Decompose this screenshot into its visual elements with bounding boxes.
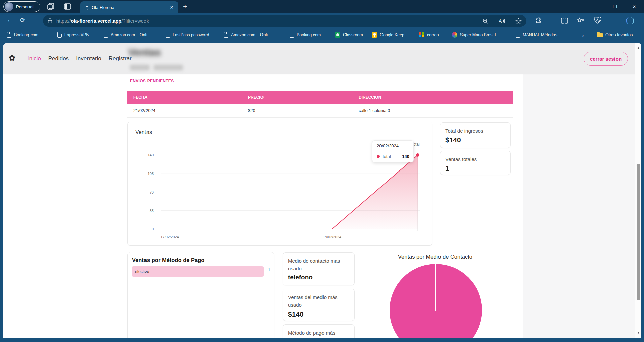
stat-card-ventas-medio: Ventas del medio másusado $140 (283, 289, 355, 321)
bookmark-item[interactable]: Amazon.com – Onli... (224, 32, 271, 38)
bookmark-item[interactable]: Amazon.com – Onli... (104, 32, 151, 38)
tab-preview-icon[interactable] (64, 3, 72, 11)
bar-value: 1 (268, 268, 270, 272)
svg-text:A: A (499, 18, 502, 24)
doc-icon (166, 32, 170, 38)
minimize-button[interactable]: – (586, 4, 605, 9)
zoom-out-icon[interactable] (482, 18, 488, 24)
collections-icon[interactable] (577, 17, 585, 24)
bookmarks-folder[interactable]: Otros favoritos (597, 32, 633, 37)
payment-method-bar[interactable]: efectivo (132, 266, 264, 277)
column-header: PRECIO (248, 95, 359, 100)
pie-slice-border (435, 264, 436, 311)
bookmarks-separator (590, 32, 590, 40)
toolbar-separator (552, 17, 552, 24)
settings-menu-icon[interactable]: … (610, 18, 617, 24)
app-header: Ventas ✿ InicioPedidosInventarioRegistra… (3, 43, 641, 74)
bookmark-item[interactable]: MANUAL Métodos... (516, 32, 561, 38)
page-scrollbar[interactable]: ▲ ▼ (635, 43, 641, 338)
blurred-filter-pill (130, 65, 150, 70)
address-bar[interactable]: https://ola-floreria.vercel.app/?filter=… (43, 15, 526, 27)
stat-title: Ventas totales (445, 155, 505, 163)
right-gutter-panel (523, 74, 635, 338)
bookmark-item[interactable]: Super Mario Bros. L... (452, 32, 501, 38)
nav-item-pedidos[interactable]: Pedidos (48, 55, 69, 62)
bookmark-item[interactable]: Booking.com (7, 32, 38, 38)
stat-value: 1 (445, 164, 505, 173)
table-header-row: FECHAPRECIODIRECCION (127, 91, 513, 104)
stat-card-total-ingresos: Total de ingresos $140 (440, 122, 511, 148)
keep-icon (372, 32, 377, 38)
doc-icon (224, 32, 228, 38)
copilot-icon[interactable] (625, 16, 634, 25)
tab-close-icon[interactable]: ✕ (168, 5, 175, 10)
stat-value: $140 (288, 310, 349, 318)
stat-card-ventas-totales: Ventas totales 1 (440, 151, 511, 175)
workspaces-icon[interactable] (46, 3, 55, 11)
bookmark-item[interactable]: correo (419, 32, 439, 38)
doc-icon (7, 32, 11, 38)
bookmarks-bar: Booking.comExpress VPNAmazon.com – Onli.… (0, 28, 644, 43)
mario-icon (452, 32, 457, 38)
table-row[interactable]: 21/02/2024$20calle 1 colonia 0 (127, 104, 513, 118)
tooltip-series-dot (377, 155, 380, 158)
tab-favicon (84, 5, 88, 10)
nav-item-inventario[interactable]: Inventario (76, 55, 101, 62)
payment-method-card: Ventas por Método de Pago efectivo 1 (127, 252, 274, 338)
payment-method-title: Ventas por Método de Pago (132, 257, 270, 263)
nav-item-registrar[interactable]: Registrar (109, 55, 132, 62)
svg-text:35: 35 (150, 209, 154, 213)
split-screen-icon[interactable] (561, 17, 568, 24)
scrollbar-thumb[interactable] (637, 164, 640, 300)
profile-button[interactable]: Personal (3, 1, 40, 12)
bookmark-item[interactable]: Classroom (335, 32, 363, 38)
stat-value: telefono (288, 274, 349, 281)
bookmark-item[interactable]: Google Keep (372, 32, 404, 38)
table-cell: 21/02/2024 (127, 108, 248, 113)
bookmark-item[interactable]: Express VPN (57, 32, 89, 38)
svg-text:70: 70 (150, 190, 154, 194)
doc-icon (516, 32, 520, 38)
close-button[interactable]: ✕ (625, 4, 644, 9)
logout-button[interactable]: cerrar sesion (584, 52, 628, 66)
ms-icon (419, 32, 424, 38)
scroll-up-icon[interactable]: ▲ (635, 46, 641, 50)
pending-shipments-label: ENVIOS PENDIENTES (130, 79, 174, 83)
tooltip-date: 20/02/2024 (372, 141, 413, 148)
doc-icon (104, 32, 108, 38)
table-cell: calle 1 colonia 0 (359, 108, 486, 113)
browser-essentials-icon[interactable] (594, 17, 602, 24)
restore-button[interactable]: ❐ (605, 4, 625, 9)
column-header: DIRECCION (359, 95, 486, 100)
sales-chart-card: Ventas total 1401057035017/02/202419/02/… (127, 122, 432, 246)
url-text: https://ola-floreria.vercel.app/?filter=… (56, 18, 149, 24)
blurred-page-title: Ventas (128, 47, 161, 58)
bookmarks-overflow-chevron[interactable]: › (582, 32, 584, 39)
read-aloud-icon[interactable]: A (499, 18, 505, 24)
lock-icon[interactable] (48, 18, 52, 24)
tab-title: Ola Floreria (92, 5, 168, 10)
new-tab-button[interactable]: + (183, 2, 187, 11)
nav-item-inicio[interactable]: Inicio (27, 55, 41, 62)
favorite-star-icon[interactable] (515, 18, 522, 24)
pie-chart-title: Ventas por Medio de Contacto (368, 254, 502, 260)
brand-flower-icon: ✿ (9, 53, 15, 63)
blurred-filter-pill (154, 65, 183, 70)
pending-shipments-table: FECHAPRECIODIRECCION 21/02/2024$20calle … (127, 91, 513, 118)
stat-title: Total de ingresos (445, 127, 505, 135)
scroll-down-icon[interactable]: ▼ (635, 331, 641, 334)
stat-card-metodo-pago: Método de pago másusado (283, 324, 355, 338)
chart-tooltip: 20/02/2024 total140 (372, 140, 414, 162)
bar-label: efectivo (135, 269, 149, 274)
svg-text:19/02/2024: 19/02/2024 (323, 235, 341, 239)
column-header: FECHA (127, 95, 248, 100)
extensions-icon[interactable] (536, 17, 543, 24)
bookmark-item[interactable]: Booking.com (290, 32, 321, 38)
refresh-icon[interactable]: ⟳ (20, 16, 25, 24)
bookmark-item[interactable]: LastPass password... (166, 32, 213, 38)
tab-ola-floreria[interactable]: Ola Floreria ✕ (80, 1, 178, 13)
doc-icon (57, 32, 62, 38)
folder-icon (597, 33, 603, 37)
page-content: Ventas ✿ InicioPedidosInventarioRegistra… (3, 43, 641, 338)
back-icon[interactable]: ← (7, 16, 13, 24)
